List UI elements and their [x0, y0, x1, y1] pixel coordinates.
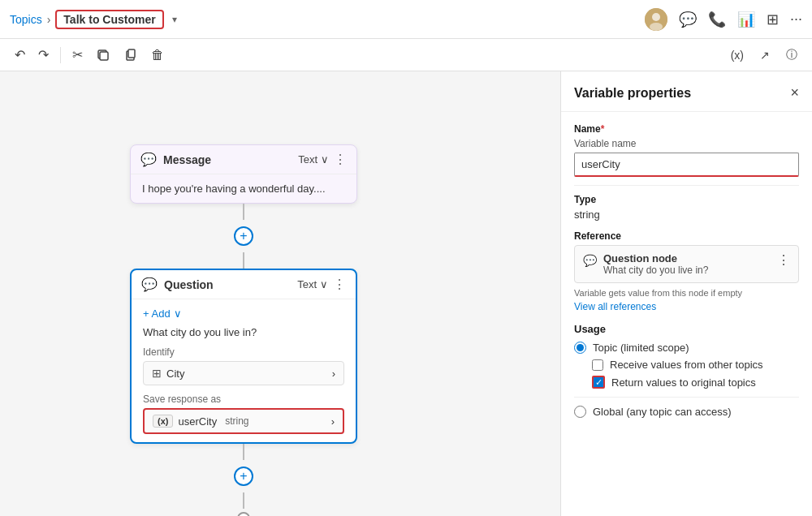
save-response-left: (x) userCity string [153, 415, 248, 428]
identify-value: City [166, 368, 184, 380]
variable-properties-panel: Variable properties × Name* Variable nam… [560, 71, 812, 516]
current-topic-label[interactable]: Talk to Customer [55, 10, 163, 29]
message-node-title: Message [163, 153, 211, 166]
reference-box: 💬 Question node What city do you live in… [574, 245, 799, 283]
receive-values-checkbox[interactable] [592, 359, 603, 371]
message-node-menu[interactable]: ⋮ [334, 152, 347, 167]
radio-global-label: Global (any topic can access) [593, 406, 732, 418]
canvas-inner: 💬 Message Text ∨ ⋮ I hope you're hav [0, 71, 560, 516]
copy-button[interactable] [119, 45, 143, 66]
ref-text-block: Question node What city do you live in? [603, 252, 708, 276]
question-node-header: 💬 Question Text ∨ ⋮ [132, 270, 356, 299]
message-node-icon: 💬 [140, 152, 157, 167]
reference-section: Reference 💬 Question node What city do y… [574, 230, 799, 313]
question-text: What city do you live in? [143, 326, 344, 338]
cut-button[interactable]: ✂ [67, 44, 88, 66]
svg-point-2 [650, 23, 663, 31]
message-type-chevron: ∨ [321, 153, 329, 166]
grid-icon[interactable]: ⊞ [767, 11, 779, 28]
message-type-badge[interactable]: Text ∨ [298, 153, 329, 166]
variable-name-input[interactable] [574, 153, 799, 177]
return-values-label: Return values to original topics [611, 376, 756, 389]
save-response-chevron: › [331, 415, 335, 428]
view-all-references-link[interactable]: View all references [574, 301, 656, 312]
ref-icon: 💬 [583, 254, 597, 267]
copy-frames-button[interactable] [91, 45, 115, 66]
identify-chevron: › [332, 368, 335, 380]
top-nav: Topics › Talk to Customer ▾ 💬 📞 📊 ⊞ ··· [0, 0, 812, 39]
question-node-menu[interactable]: ⋮ [333, 277, 346, 292]
var-name: userCity [178, 415, 217, 428]
ref-note: Variable gets value from this node if em… [574, 288, 799, 298]
add-button-1[interactable]: + [234, 226, 253, 246]
question-type-text: Text [297, 278, 317, 290]
toolbar-right: (x) ↗ ⓘ [726, 45, 802, 65]
canvas[interactable]: 💬 Message Text ∨ ⋮ I hope you're hav [0, 71, 560, 516]
reference-box-left: 💬 Question node What city do you live in… [583, 252, 708, 276]
radio-topic-input[interactable] [574, 342, 586, 354]
type-label: Type [574, 194, 799, 205]
panel-title: Variable properties [574, 86, 691, 101]
connector-1 [243, 204, 244, 220]
chevron-down-icon[interactable]: ▾ [172, 14, 177, 25]
variable-name-sublabel: Variable name [574, 138, 799, 149]
save-response-field[interactable]: (x) userCity string › [143, 408, 344, 434]
question-node-icon: 💬 [141, 277, 158, 292]
toolbar-separator-1 [60, 47, 61, 63]
identify-field[interactable]: ⊞ City › [143, 361, 344, 385]
panel-close-button[interactable]: × [790, 84, 799, 101]
delete-button[interactable]: 🗑 [146, 45, 169, 66]
ref-menu-icon[interactable]: ⋮ [777, 252, 790, 268]
question-node[interactable]: 💬 Question Text ∨ ⋮ + [130, 269, 357, 444]
ref-title: Question node [603, 252, 708, 264]
panel-body: Name* Variable name Type string Referenc… [561, 112, 812, 516]
breadcrumb: Topics › Talk to Customer ▾ [10, 10, 177, 29]
question-node-header-right: Text ∨ ⋮ [297, 277, 346, 292]
divider-2 [574, 397, 799, 398]
question-node-title: Question [164, 278, 214, 291]
usage-title: Usage [574, 323, 799, 335]
usage-section: Usage Topic (limited scope) Receive valu… [574, 323, 799, 418]
redo-button[interactable]: ↷ [33, 44, 54, 66]
info-button[interactable]: ⓘ [781, 45, 802, 65]
add-row-label: + Add [143, 307, 171, 320]
message-node-body: I hope you're having a wonderful day.... [131, 174, 356, 203]
type-value: string [574, 209, 799, 221]
return-values-checkbox[interactable]: ✓ [592, 376, 605, 389]
question-type-badge[interactable]: Text ∨ [297, 278, 328, 290]
undo-button[interactable]: ↶ [10, 44, 30, 66]
connector-2 [243, 252, 244, 269]
question-node-header-left: 💬 Question [141, 277, 214, 292]
user-avatar[interactable] [645, 8, 667, 31]
var-type: string [225, 415, 248, 427]
variables-button[interactable]: (x) [726, 46, 749, 64]
radio-global-option[interactable]: Global (any topic can access) [574, 406, 799, 418]
topics-breadcrumb[interactable]: Topics [10, 13, 42, 26]
question-node-body: + Add ∨ What city do you live in? Identi… [132, 299, 356, 442]
end-circle [237, 512, 250, 516]
ref-subtitle: What city do you live in? [603, 264, 708, 276]
receive-values-label: Receive values from other topics [610, 359, 763, 371]
message-type-text: Text [298, 153, 317, 166]
svg-rect-4 [100, 52, 108, 60]
chat-icon[interactable]: 💬 [679, 11, 697, 28]
receive-values-option: Receive values from other topics [592, 359, 799, 371]
analytics-toolbar-button[interactable]: ↗ [755, 46, 775, 64]
save-response-label: Save response as [143, 393, 344, 405]
add-row[interactable]: + Add ∨ [143, 307, 344, 320]
message-node[interactable]: 💬 Message Text ∨ ⋮ I hope you're hav [130, 144, 357, 204]
reference-label: Reference [574, 230, 799, 242]
toolbar: ↶ ↷ ✂ 🗑 (x) ↗ ⓘ [0, 39, 812, 71]
radio-global-input[interactable] [574, 406, 586, 418]
phone-icon[interactable]: 📞 [708, 11, 726, 28]
radio-topic-option[interactable]: Topic (limited scope) [574, 342, 799, 354]
breadcrumb-separator: › [47, 13, 51, 26]
message-text: I hope you're having a wonderful day.... [142, 183, 345, 195]
add-button-2[interactable]: + [234, 467, 253, 486]
main-area: 💬 Message Text ∨ ⋮ I hope you're hav [0, 71, 812, 516]
more-icon[interactable]: ··· [790, 11, 802, 28]
analytics-nav-icon[interactable]: 📊 [737, 11, 755, 28]
divider-1 [574, 185, 799, 186]
svg-rect-6 [128, 49, 135, 58]
connector-4 [243, 492, 244, 509]
